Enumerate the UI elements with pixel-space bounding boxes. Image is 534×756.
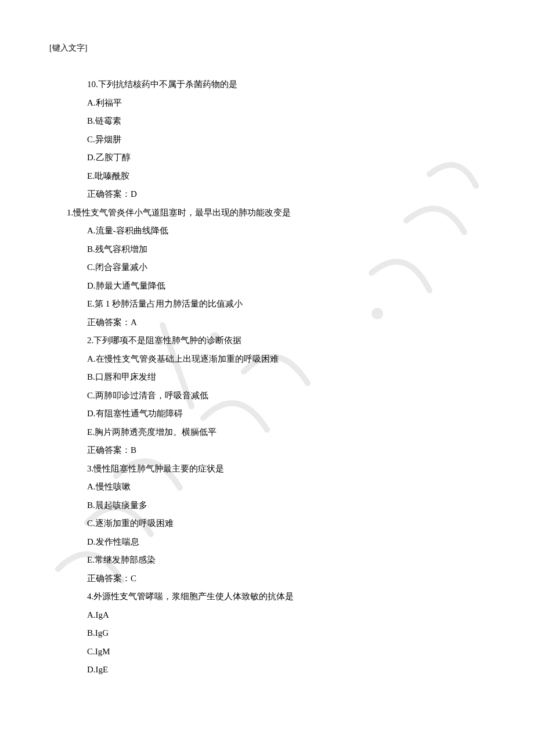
text-line: E.第 1 秒肺活量占用力肺活量的比值减小 [87, 295, 485, 314]
text-line: B.口唇和甲床发绀 [87, 368, 485, 387]
header-placeholder-text: [键入文字] [49, 43, 87, 53]
text-line: 正确答案：B [87, 441, 485, 460]
text-line: A.慢性咳嗽 [87, 478, 485, 496]
text-line: D.发作性喘息 [87, 533, 485, 552]
text-line: 正确答案：A [87, 314, 485, 332]
text-line: C.闭合容量减小 [87, 258, 485, 277]
text-line: D.IgE [87, 661, 485, 679]
text-line: A.利福平 [87, 94, 485, 113]
text-line: E.常继发肺部感染 [87, 551, 485, 570]
text-line: 正确答案：C [87, 570, 485, 588]
text-line: 2.下列哪项不是阻塞性肺气肿的诊断依据 [87, 332, 485, 350]
text-line: 1.慢性支气管炎伴小气道阻塞时，最早出现的肺功能改变是 [67, 204, 485, 222]
text-line: E.吡嗪酰胺 [87, 167, 485, 186]
text-line: D.有阻塞性通气功能障碍 [87, 405, 485, 423]
text-line: D.乙胺丁醇 [87, 149, 485, 167]
text-line: B.IgG [87, 624, 485, 643]
text-line: D.肺最大通气量降低 [87, 277, 485, 296]
text-line: C.异烟肼 [87, 131, 485, 149]
text-line: B.残气容积增加 [87, 240, 485, 259]
text-line: C.两肺叩诊过清音，呼吸音减低 [87, 387, 485, 405]
text-line: E.胸片两肺透亮度增加。横膈低平 [87, 423, 485, 442]
text-line: 正确答案：D [87, 185, 485, 204]
text-line: B.晨起咳痰量多 [87, 496, 485, 515]
text-line: C.IgM [87, 643, 485, 661]
text-line: 4.外源性支气管哮喘，浆细胞产生使人体致敏的抗体是 [87, 588, 485, 606]
text-line: C.逐渐加重的呼吸困难 [87, 514, 485, 533]
text-line: A.IgA [87, 606, 485, 625]
text-line: 3.慢性阻塞性肺气肿最主要的症状是 [87, 460, 485, 478]
text-line: 10.下列抗结核药中不属于杀菌药物的是 [87, 75, 485, 94]
document-body: 10.下列抗结核药中不属于杀菌药物的是A.利福平B.链霉素C.异烟肼D.乙胺丁醇… [87, 75, 485, 679]
text-line: A.流量-容积曲线降低 [87, 222, 485, 240]
text-line: A.在慢性支气管炎基础上出现逐渐加重的呼吸困难 [87, 350, 485, 369]
text-line: B.链霉素 [87, 112, 485, 131]
